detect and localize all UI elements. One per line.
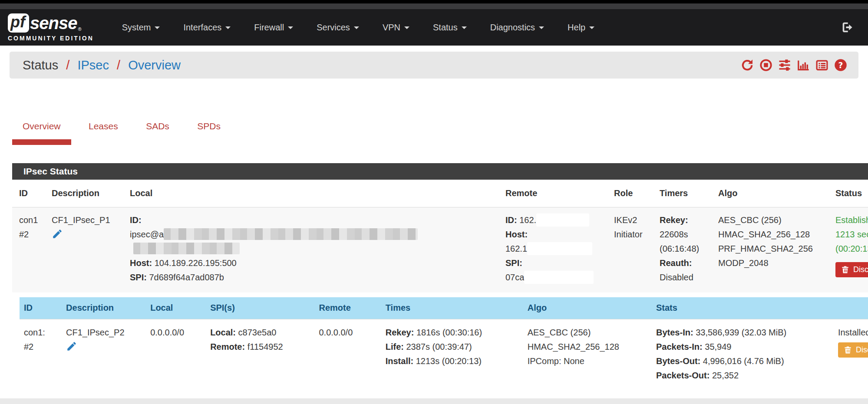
redacted-value [536,213,589,227]
col-status: Status [828,180,868,207]
col-id: ID [12,180,45,207]
ike-status-text: Established 1213 seconds (00:20:13) [835,213,868,256]
tab-spds[interactable]: SPDs [187,121,231,139]
ike-algo-cell: AES_CBC (256) HMAC_SHA2_256_128 PRF_HMAC… [711,207,828,293]
tab-overview[interactable]: Overview [12,121,71,145]
sliders-icon[interactable] [778,59,791,72]
breadcrumb: Status / IPsec / Overview ? [10,52,858,79]
col-description: Description [62,297,146,319]
ike-remote-cell: ID: 162. Host: 162.1 SPI: 07ca [498,207,607,293]
child-sa-row: con1: #2 CF1_IPsec_P2 [20,319,868,391]
breadcrumb-section: Status [23,58,58,72]
nav-item-status[interactable]: Status [421,18,479,37]
edit-pencil-icon[interactable] [66,341,77,356]
col-remote: Remote [314,297,381,319]
breadcrumb-link-overview[interactable]: Overview [128,58,181,72]
main-menu: System Interfaces Firewall Services VPN … [110,18,840,37]
col-remote: Remote [498,180,607,207]
redacted-value [527,242,592,255]
pfsense-logo[interactable]: pf sense ® COMMUNITY EDITION [8,13,94,42]
page-background-strip [0,398,868,404]
child-sa-header-row: ID Description Local SPI(s) Remote Times… [20,297,868,319]
col-role: Role [607,180,653,207]
child-description-cell: CF1_IPsec_P2 [62,319,146,391]
child-status-cell: Installed Disconnect [834,319,868,391]
edit-pencil-icon[interactable] [52,228,63,244]
breadcrumb-link-ipsec[interactable]: IPsec [77,58,109,72]
col-id: ID [20,297,62,319]
redacted-value [164,228,418,240]
ike-description-cell: CF1_IPsec_P1 [45,207,123,293]
col-status-actions [834,297,868,319]
stop-icon[interactable] [759,59,772,72]
disconnect-child-button[interactable]: Disconnect [838,342,868,358]
col-spis: SPI(s) [206,297,314,319]
col-algo: Algo [711,180,828,207]
child-times-cell: Rekey: 1816s (00:30:16) Life: 2387s (00:… [381,319,523,391]
nav-item-interfaces[interactable]: Interfaces [172,18,242,37]
ike-role-cell: IKEv2 Initiator [607,207,653,293]
chevron-down-icon [404,26,409,29]
chevron-down-icon [539,26,544,29]
col-algo: Algo [523,297,652,319]
navbar: pf sense ® COMMUNITY EDITION System Inte… [0,9,868,46]
ike-timers-cell: Rekey: 22608s (06:16:48) Reauth: Disable… [653,207,711,293]
nav-item-services[interactable]: Services [305,18,371,37]
ike-row: con1 #2 CF1_IPsec_P1 ID: ipsec@a Host: 1… [12,207,868,293]
tab-leases[interactable]: Leases [78,121,129,139]
chevron-down-icon [354,26,359,29]
svg-text:?: ? [838,61,843,70]
trash-icon [844,346,852,354]
chevron-down-icon [462,26,467,29]
nav-item-system[interactable]: System [110,18,172,37]
sign-out-icon[interactable] [840,20,855,35]
nav-item-vpn[interactable]: VPN [371,18,421,37]
nav-item-firewall[interactable]: Firewall [242,18,305,37]
top-strip-secondary [0,3,868,9]
col-description: Description [45,180,123,207]
chevron-down-icon [288,26,293,29]
nav-item-diagnostics[interactable]: Diagnostics [479,18,556,37]
col-times: Times [381,297,523,319]
ipsec-tabs: Overview Leases SADs SPDs [12,121,868,145]
ike-description: CF1_IPsec_P1 [52,213,119,227]
brand-subtitle: COMMUNITY EDITION [8,35,94,42]
top-strip [0,0,868,3]
col-timers: Timers [653,180,711,207]
ipsec-status-panel: IPsec Status ID Description Local Remote… [12,163,868,391]
help-icon[interactable]: ? [834,59,847,72]
child-sa-table: ID Description Local SPI(s) Remote Times… [20,297,868,391]
nav-item-help[interactable]: Help [556,18,606,37]
child-stats-cell: Bytes-In: 33,586,939 (32.03 MiB) Packets… [652,319,834,391]
breadcrumb-separator: / [66,58,69,72]
col-local: Local [146,297,206,319]
disconnect-button[interactable]: Disconnect [835,262,868,277]
chevron-down-icon [155,26,160,29]
ike-table: ID Description Local Remote Role Timers … [12,180,868,391]
bar-chart-icon[interactable] [797,59,810,72]
child-algo-cell: AES_CBC (256) HMAC_SHA2_256_128 IPComp: … [523,319,652,391]
panel-title: IPsec Status [12,163,868,180]
child-sa-row-container: ID Description Local SPI(s) Remote Times… [12,292,868,391]
col-local: Local [123,180,498,207]
ike-status-cell: Established 1213 seconds (00:20:13) Disc… [828,207,868,293]
breadcrumb-separator: / [117,58,120,72]
ike-id-cell: con1 #2 [12,207,45,293]
chevron-down-icon [589,26,594,29]
tab-sads[interactable]: SADs [135,121,180,139]
redacted-value [133,243,240,254]
child-remote-cell: 0.0.0.0/0 [314,319,381,391]
brand-registered-mark: ® [78,26,81,32]
list-icon[interactable] [815,59,828,72]
brand-name: sense [30,14,77,32]
redacted-value [524,271,594,284]
refresh-icon[interactable] [741,59,754,72]
chevron-down-icon [225,26,231,29]
page: pf sense ® COMMUNITY EDITION System Inte… [0,0,868,404]
breadcrumb-actions: ? [741,59,847,72]
child-local-cell: 0.0.0.0/0 [146,319,206,391]
trash-icon [841,266,849,274]
child-id-cell: con1: #2 [20,319,62,391]
ike-header-row: ID Description Local Remote Role Timers … [12,180,868,207]
col-stats: Stats [652,297,834,319]
